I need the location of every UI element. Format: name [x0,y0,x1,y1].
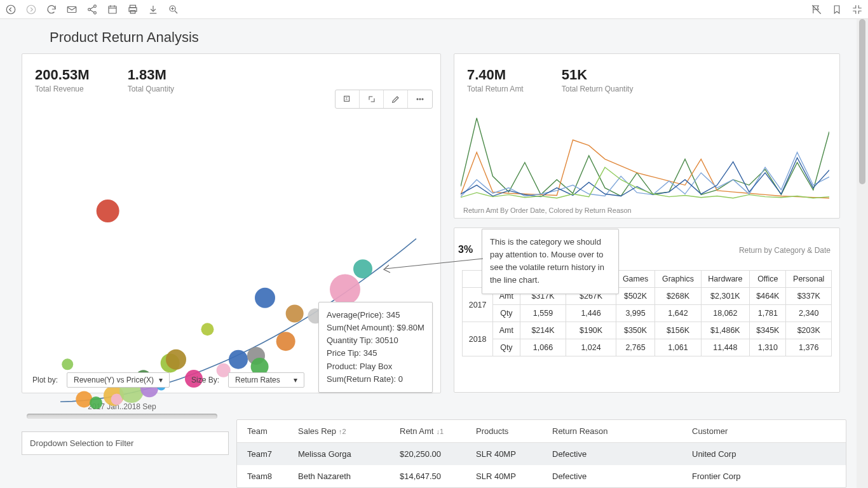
kpi-label: Total Return Amt [467,85,524,93]
col-header[interactable]: Customer [692,426,844,436]
chart-controls: Plot by: Revenue(Y) vs Price(X) ▾ Size B… [32,372,430,388]
cell: $20,250.00 [400,449,476,459]
mail-icon[interactable] [66,4,78,15]
expand-icon[interactable] [360,90,384,108]
table-header: TeamSales Rep↑2Retn Amt↓1ProductsReturn … [237,420,846,443]
more-icon[interactable] [408,90,432,108]
edit-icon[interactable] [384,90,408,108]
svg-point-25 [419,98,421,100]
cell: United Corp [692,449,844,459]
svg-point-28 [62,358,73,370]
select-value: Revenue(Y) vs Price(X) [74,376,154,384]
svg-line-7 [90,10,94,12]
kpi-label: Total Quantity [128,85,174,93]
table-row[interactable]: Team7Melissa Gorga$20,250.00SLR 40MPDefe… [237,443,846,465]
kpi-label: Total Return Quantity [562,85,634,93]
col-header[interactable]: Sales Rep↑2 [298,426,400,436]
refresh-icon[interactable] [46,4,57,15]
svg-line-6 [90,6,94,9]
page-title: Product Return Analysis [50,29,868,46]
chevron-down-icon: ▾ [159,376,163,384]
kpi-value: 51K [562,67,634,83]
cell: Team8 [247,471,298,481]
col-header[interactable]: Team [247,426,298,436]
scrollbar[interactable] [857,19,868,488]
return-pct: 3% [458,244,473,255]
col-header[interactable]: Products [476,426,552,436]
svg-point-40 [201,323,214,336]
svg-point-1 [27,5,36,14]
panels-row: 200.53M Total Revenue 1.83M Total Quanti… [0,53,868,393]
zoom-in-icon[interactable] [168,4,179,15]
cell: $14,647.50 [400,471,476,481]
svg-rect-8 [109,6,116,13]
size-by-select[interactable]: Return Rates ▾ [228,372,304,388]
plot-by-label: Plot by: [32,376,58,384]
cell: Frontier Corp [692,471,844,481]
svg-point-0 [6,5,15,14]
table-row[interactable]: Team8Beth Nazareth$14,647.50SLR 40MPDefe… [237,465,846,487]
line-caption: Return Amt By Order Date, Colored by Ret… [463,207,632,214]
svg-point-49 [330,274,360,305]
svg-rect-2 [67,6,76,12]
col-header[interactable]: Retn Amt↓1 [400,426,476,436]
svg-point-26 [422,98,423,100]
line-chart[interactable] [461,111,829,200]
bookmark-icon[interactable] [831,4,843,15]
kpi-value: 200.53M [35,67,90,83]
kpi-total-return-amt: 7.40M Total Return Amt [467,67,524,93]
select-value: Return Rates [235,376,280,384]
cell: SLR 40MP [476,471,552,481]
cell: Defective [552,449,692,459]
cell: SLR 40MP [476,449,552,459]
annotation-callout: This is the category we should pay atten… [482,229,619,294]
kpi-value: 1.83M [128,67,174,83]
svg-point-30 [90,396,102,409]
svg-point-42 [229,350,248,369]
toolbar-left [5,4,179,15]
svg-point-29 [76,391,92,407]
svg-point-27 [97,200,119,222]
kpi-row-right: 7.40M Total Return Amt 51K Total Return … [454,54,839,93]
app-toolbar [0,0,868,19]
svg-text:Σ: Σ [345,97,348,100]
svg-point-38 [166,349,186,370]
forward-icon[interactable] [25,4,37,15]
svg-rect-14 [130,10,135,13]
plot-by-select[interactable]: Revenue(Y) vs Price(X) ▾ [67,372,170,388]
kpi-label: Total Revenue [35,85,90,93]
download-icon[interactable] [147,4,159,15]
right-column: 7.40M Total Return Amt 51K Total Return … [454,53,840,393]
scatter-panel: 200.53M Total Revenue 1.83M Total Quanti… [22,53,441,393]
col-header[interactable]: Return Reason [552,426,692,436]
kpi-total-return-qty: 51K Total Return Quantity [562,67,634,93]
kpi-row-left: 200.53M Total Revenue 1.83M Total Quanti… [22,54,440,93]
slider-track[interactable] [27,414,217,419]
flag-off-icon[interactable] [811,4,822,15]
scroll-thumb[interactable] [859,19,865,184]
kpi-total-quantity: 1.83M Total Quantity [128,67,174,93]
cell: Defective [552,471,692,481]
cell: Team7 [247,449,298,459]
share-icon[interactable] [86,4,98,15]
filter-icon[interactable]: Σ [336,90,360,108]
kpi-total-revenue: 200.53M Total Revenue [35,67,90,93]
toolbar-right [811,4,863,15]
returns-table[interactable]: TeamSales Rep↑2Retn Amt↓1ProductsReturn … [236,419,846,488]
svg-point-47 [286,305,304,323]
panel-tools: Σ [335,90,433,109]
filter-dropdown[interactable]: Dropdown Selection to Filter [22,431,229,455]
back-icon[interactable] [5,4,17,15]
svg-point-24 [417,98,418,100]
calendar-icon[interactable] [107,4,118,15]
print-icon[interactable] [127,4,139,15]
size-by-label: Size By: [191,376,219,384]
collapse-icon[interactable] [851,4,863,15]
chevron-down-icon: ▾ [294,376,297,384]
kpi-value: 7.40M [467,67,524,83]
line-panel: 7.40M Total Return Amt 51K Total Return … [454,53,840,219]
cell: Beth Nazareth [298,471,400,481]
cell: Melissa Gorga [298,449,400,459]
svg-point-46 [276,332,295,351]
return-caption: Return by Category & Date [739,246,831,255]
